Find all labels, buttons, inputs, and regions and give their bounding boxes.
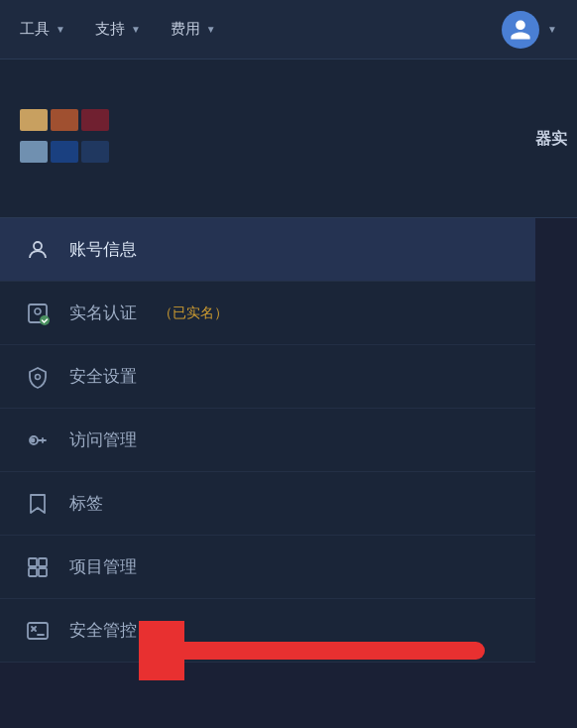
color-block-6 bbox=[81, 141, 109, 163]
avatar-chevron-icon: ▼ bbox=[547, 24, 557, 35]
sidebar-item-project[interactable]: 项目管理 bbox=[0, 536, 535, 599]
security-mgmt-label: 安全管控 bbox=[69, 619, 137, 642]
access-label: 访问管理 bbox=[69, 428, 137, 451]
svg-point-3 bbox=[40, 315, 50, 325]
svg-rect-10 bbox=[39, 568, 47, 576]
svg-point-4 bbox=[36, 374, 41, 379]
project-icon bbox=[24, 553, 52, 581]
user-avatar-button[interactable]: ▼ bbox=[502, 11, 557, 49]
billing-menu[interactable]: 费用 ▼ bbox=[171, 20, 216, 39]
banner-right-text: 器实 bbox=[535, 128, 567, 149]
color-blocks-row1 bbox=[20, 109, 109, 131]
security-label: 安全设置 bbox=[69, 365, 137, 388]
color-block-1 bbox=[20, 109, 48, 131]
tags-label: 标签 bbox=[69, 492, 103, 515]
color-blocks-row2 bbox=[20, 141, 109, 163]
color-block-2 bbox=[51, 109, 78, 131]
security-icon bbox=[24, 363, 52, 391]
tools-menu[interactable]: 工具 ▼ bbox=[20, 20, 65, 39]
svg-rect-11 bbox=[28, 623, 48, 639]
color-block-4 bbox=[20, 141, 48, 163]
support-label: 支持 bbox=[95, 20, 125, 39]
sidebar-item-realname[interactable]: 实名认证 （已实名） bbox=[0, 282, 535, 345]
account-label: 账号信息 bbox=[69, 238, 137, 261]
verified-badge: （已实名） bbox=[159, 304, 228, 322]
banner-content bbox=[0, 60, 577, 217]
svg-rect-7 bbox=[29, 558, 37, 566]
project-label: 项目管理 bbox=[69, 555, 137, 578]
avatar bbox=[502, 11, 539, 49]
svg-point-0 bbox=[34, 242, 42, 250]
svg-rect-8 bbox=[39, 558, 47, 566]
account-icon bbox=[24, 236, 52, 264]
terminal-icon bbox=[24, 617, 52, 645]
banner-area: 器实 bbox=[0, 60, 577, 218]
sidebar-item-security[interactable]: 安全设置 bbox=[0, 345, 535, 409]
person-icon bbox=[509, 18, 532, 42]
svg-rect-9 bbox=[29, 568, 37, 576]
access-icon bbox=[24, 426, 52, 454]
billing-chevron-icon: ▼ bbox=[206, 24, 216, 35]
billing-label: 费用 bbox=[171, 20, 200, 39]
sidebar-item-access[interactable]: 访问管理 bbox=[0, 409, 535, 472]
sidebar-menu: 账号信息 实名认证 （已实名） 安全设置 bbox=[0, 218, 535, 663]
svg-point-2 bbox=[35, 308, 41, 314]
sidebar-item-security-mgmt[interactable]: 安全管控 bbox=[0, 599, 535, 663]
tools-label: 工具 bbox=[20, 20, 50, 39]
tools-chevron-icon: ▼ bbox=[56, 24, 65, 35]
realname-label: 实名认证 bbox=[69, 302, 137, 324]
sidebar-item-tags[interactable]: 标签 bbox=[0, 472, 535, 536]
svg-point-6 bbox=[32, 438, 35, 441]
support-menu[interactable]: 支持 ▼ bbox=[95, 20, 141, 39]
sidebar-item-account[interactable]: 账号信息 bbox=[0, 218, 535, 282]
top-navigation: 工具 ▼ 支持 ▼ 费用 ▼ ▼ bbox=[0, 0, 577, 60]
verified-icon bbox=[24, 300, 52, 327]
support-chevron-icon: ▼ bbox=[131, 24, 141, 35]
bookmark-icon bbox=[24, 490, 52, 518]
color-block-3 bbox=[81, 109, 109, 131]
color-block-5 bbox=[51, 141, 78, 163]
